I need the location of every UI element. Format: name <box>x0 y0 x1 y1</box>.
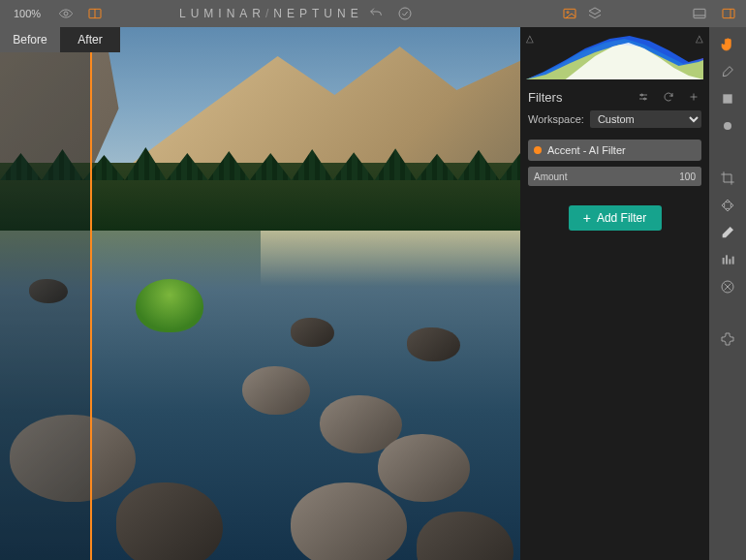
crop-tool-icon[interactable] <box>720 171 735 186</box>
scene-rock <box>291 318 334 347</box>
svg-point-5 <box>567 12 569 14</box>
brand-name: LUMINAR <box>179 7 265 20</box>
refresh-icon[interactable] <box>661 89 676 105</box>
brush-tool-icon[interactable] <box>720 64 735 79</box>
filter-active-dot-icon <box>534 146 542 154</box>
filter-header[interactable]: Accent - AI Filter <box>528 140 701 161</box>
scene-reflection <box>261 231 521 289</box>
gradient-tool-icon[interactable] <box>720 91 735 107</box>
eye-icon[interactable] <box>58 6 74 21</box>
histogram[interactable]: △ △ <box>520 27 709 83</box>
clip-warning-highlight-icon[interactable]: △ <box>696 33 703 44</box>
svg-rect-19 <box>723 258 725 264</box>
panel-title: Filters <box>528 90 562 105</box>
brand-sub: NEPTUNE <box>273 7 362 20</box>
plugins-icon[interactable] <box>720 331 735 347</box>
clone-tool-icon[interactable] <box>720 279 735 295</box>
svg-point-3 <box>399 8 411 19</box>
layers-icon[interactable] <box>587 6 603 21</box>
radial-tool-icon[interactable] <box>720 118 735 134</box>
eraser-tool-icon[interactable] <box>720 225 735 240</box>
svg-point-18 <box>724 122 731 130</box>
svg-rect-4 <box>564 9 575 17</box>
checkmark-circle-icon[interactable] <box>397 6 413 21</box>
transform-tool-icon[interactable] <box>720 198 735 213</box>
denoise-tool-icon[interactable] <box>720 252 735 267</box>
svg-point-0 <box>64 12 68 16</box>
hand-tool-icon[interactable] <box>720 37 735 52</box>
image-icon[interactable] <box>562 6 577 21</box>
before-tab[interactable]: Before <box>0 27 60 52</box>
filter-accent-ai: Accent - AI Filter Amount 100 <box>528 140 701 186</box>
scene-bush <box>136 279 203 332</box>
zoom-level[interactable]: 100% <box>0 8 58 19</box>
svg-rect-20 <box>726 255 728 264</box>
svg-rect-17 <box>723 94 731 103</box>
plus-icon[interactable] <box>686 89 701 105</box>
side-panel-icon[interactable] <box>721 6 736 21</box>
top-bar: 100% LUMINAR/NEPTUNE <box>0 0 746 27</box>
image-canvas[interactable]: Before After <box>0 27 520 560</box>
add-filter-label: Add Filter <box>597 211 646 225</box>
filters-panel: △ △ Filters <box>520 27 709 560</box>
filters-settings-icon[interactable] <box>636 89 651 105</box>
after-tab[interactable]: After <box>60 27 120 52</box>
add-filter-button[interactable]: + Add Filter <box>569 205 662 231</box>
scene-rock <box>407 327 460 361</box>
svg-rect-6 <box>694 9 705 17</box>
workspace-select[interactable]: Custom <box>590 110 701 128</box>
bottom-panel-icon[interactable] <box>692 6 707 21</box>
svg-rect-8 <box>723 9 734 17</box>
app-title: LUMINAR/NEPTUNE <box>179 7 363 20</box>
compare-labels: Before After <box>0 27 120 52</box>
scene-rock <box>242 366 310 415</box>
slider-label: Amount <box>534 171 567 182</box>
workspace-label: Workspace: <box>528 113 584 125</box>
svg-rect-22 <box>732 257 734 264</box>
compare-split-handle[interactable] <box>90 27 92 560</box>
undo-icon[interactable] <box>368 6 384 21</box>
amount-slider[interactable]: Amount 100 <box>528 167 701 186</box>
filter-name: Accent - AI Filter <box>547 144 626 156</box>
scene-rock <box>378 434 470 502</box>
slider-value: 100 <box>679 171 696 182</box>
svg-rect-21 <box>729 259 730 264</box>
clip-warning-shadow-icon[interactable]: △ <box>526 33 534 44</box>
tools-toolbar <box>709 27 746 560</box>
compare-split-icon[interactable] <box>87 6 103 21</box>
before-overlay <box>0 27 90 560</box>
